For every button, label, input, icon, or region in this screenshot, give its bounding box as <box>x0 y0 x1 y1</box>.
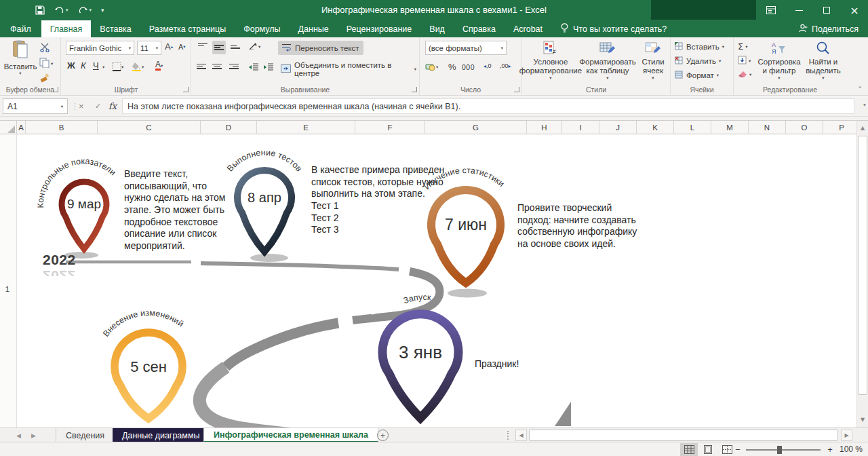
sort-filter-button[interactable]: АЯ Сортировка и фильтр▾ <box>757 41 802 81</box>
hscroll-right-arrow[interactable]: ▶ <box>841 430 852 441</box>
percent-style-button[interactable]: % <box>448 62 456 72</box>
tab-data[interactable]: Данные <box>290 20 338 37</box>
column-header-l[interactable]: L <box>674 121 711 134</box>
sheet-nav-left[interactable]: ◀ <box>16 428 21 442</box>
column-header-k[interactable]: K <box>637 121 674 134</box>
column-header-o[interactable]: O <box>786 121 823 134</box>
zoom-in-button[interactable]: + <box>825 443 835 456</box>
underline-button[interactable]: Ч <box>93 60 99 71</box>
align-center-button[interactable] <box>212 62 222 70</box>
milestone-description-mar[interactable]: Введите текст, описывающий, что нужно сд… <box>124 168 229 252</box>
fill-color-button[interactable]: ▾ <box>132 62 144 73</box>
column-header-g[interactable]: G <box>425 121 527 134</box>
name-box[interactable]: A1▾ <box>3 98 68 114</box>
vertical-scrollbar-thumb[interactable] <box>858 136 867 395</box>
account-area[interactable] <box>651 0 756 20</box>
fill-button[interactable]: ▾ <box>738 56 751 66</box>
column-header-n[interactable]: N <box>749 121 786 134</box>
column-header-i[interactable]: I <box>562 121 599 134</box>
enter-formula-button[interactable]: ✓ <box>95 98 101 114</box>
align-right-button[interactable] <box>229 62 239 70</box>
italic-button[interactable]: К <box>81 60 86 71</box>
increase-indent-button[interactable] <box>263 62 274 72</box>
insert-function-button[interactable]: fx <box>108 98 117 114</box>
tab-scroll-splitter[interactable] <box>507 431 509 440</box>
decrease-font-button[interactable]: А▾ <box>178 43 186 51</box>
tab-view[interactable]: Вид <box>420 20 454 37</box>
normal-view-button[interactable] <box>680 443 698 456</box>
tab-acrobat[interactable]: Acrobat <box>505 20 551 37</box>
expand-formula-bar-button[interactable]: ▾ <box>863 102 866 108</box>
number-dialog-launcher[interactable] <box>514 87 519 92</box>
insert-cells-button[interactable]: Вставить▾ <box>675 42 724 52</box>
sheet-tab-svedeniya[interactable]: Сведения <box>56 428 115 442</box>
tab-help[interactable]: Справка <box>454 20 505 37</box>
clear-button[interactable]: ▾ <box>738 70 751 79</box>
column-header-h[interactable]: H <box>527 121 562 134</box>
wrap-text-button[interactable]: Переносить текст <box>278 41 363 55</box>
alignment-dialog-launcher[interactable] <box>412 87 417 92</box>
add-sheet-button[interactable]: + <box>377 430 389 441</box>
font-color-button[interactable]: А▾ <box>155 60 163 71</box>
column-header-e[interactable]: E <box>257 121 355 134</box>
hscroll-left-arrow[interactable]: ◀ <box>515 430 527 441</box>
decrease-decimal-button[interactable]: ,00▸ <box>500 62 511 69</box>
close-button[interactable]: × <box>841 0 868 20</box>
select-all-button[interactable] <box>0 121 17 134</box>
format-as-table-button[interactable]: Форматировать как таблицу▾ <box>579 41 636 81</box>
column-header-p[interactable]: P <box>823 121 861 134</box>
comma-style-button[interactable]: 000 <box>462 63 475 71</box>
milestone-description-apr[interactable]: В качестве примера приведен список тесто… <box>311 164 447 236</box>
column-header-j[interactable]: J <box>599 121 637 134</box>
increase-font-button[interactable]: А▴ <box>165 41 173 52</box>
tab-formulas[interactable]: Формулы <box>235 20 289 37</box>
font-name-select[interactable]: Franklin Gothic▾ <box>66 41 134 55</box>
zoom-slider-handle[interactable] <box>777 446 782 454</box>
page-layout-view-button[interactable] <box>699 443 717 456</box>
zoom-out-button[interactable]: − <box>732 443 743 456</box>
formula-input[interactable]: На этом листе показана инфографическая в… <box>122 98 854 114</box>
minimize-button[interactable] <box>785 0 812 20</box>
conditional-formatting-button[interactable]: ≠ Условное форматирование▾ <box>525 41 576 81</box>
borders-button[interactable]: ▾ <box>112 62 123 73</box>
decrease-indent-button[interactable] <box>248 62 259 72</box>
milestone-description-jan[interactable]: Праздник! <box>475 358 519 370</box>
autosum-button[interactable]: Σ▾ <box>738 41 747 52</box>
merge-center-button[interactable]: Объединить и поместить в центре ▾ <box>278 62 419 76</box>
ribbon-display-options-button[interactable] <box>757 0 785 20</box>
maximize-button[interactable] <box>813 0 840 20</box>
copy-button[interactable]: ▾ <box>39 58 53 69</box>
font-dialog-launcher[interactable] <box>183 87 189 92</box>
format-painter-button[interactable] <box>39 73 50 84</box>
column-header-c[interactable]: C <box>98 121 201 134</box>
sheet-tab-dannye-diagrammy[interactable]: Данные диаграммы <box>113 428 210 442</box>
milestone-description-jun[interactable]: Проявите творческий подход: начните созд… <box>517 202 641 250</box>
align-middle-button[interactable] <box>212 41 226 54</box>
align-top-button[interactable] <box>197 42 209 50</box>
row-header-1[interactable]: 1 <box>0 285 15 293</box>
column-header-d[interactable]: D <box>201 121 257 134</box>
font-size-select[interactable]: 11▾ <box>137 41 161 55</box>
orientation-button[interactable]: ▾ <box>248 41 260 52</box>
column-header-f[interactable]: F <box>355 121 425 134</box>
horizontal-scrollbar-thumb[interactable] <box>529 430 838 441</box>
tab-insert[interactable]: Вставка <box>91 20 140 37</box>
bold-button[interactable]: Ж <box>67 60 75 71</box>
cell-styles-button[interactable]: Стили ячеек▾ <box>637 41 669 81</box>
accounting-format-button[interactable]: ▾ <box>425 62 438 73</box>
align-left-button[interactable] <box>197 62 206 70</box>
delete-cells-button[interactable]: Удалить▾ <box>675 56 721 66</box>
sheet-tab-infografika[interactable]: Инфографическая временная шкала <box>203 428 378 442</box>
column-header-a[interactable]: A <box>17 121 26 134</box>
sheet-nav-right[interactable]: ▶ <box>31 428 36 442</box>
paste-button[interactable]: Вставить ▾ <box>5 40 36 77</box>
scroll-down-arrow[interactable]: ▼ <box>857 414 868 425</box>
tell-me-box[interactable]: Что вы хотите сделать? <box>561 20 667 37</box>
increase-decimal-button[interactable]: ◂,0 <box>484 62 492 69</box>
column-header-b[interactable]: B <box>26 121 98 134</box>
clipboard-dialog-launcher[interactable] <box>53 87 58 92</box>
vertical-scrollbar[interactable]: ▲ ▼ <box>856 121 868 428</box>
number-format-select[interactable]: (все форматы)▾ <box>425 41 507 55</box>
format-cells-button[interactable]: Формат▾ <box>675 71 719 80</box>
column-header-m[interactable]: M <box>711 121 749 134</box>
